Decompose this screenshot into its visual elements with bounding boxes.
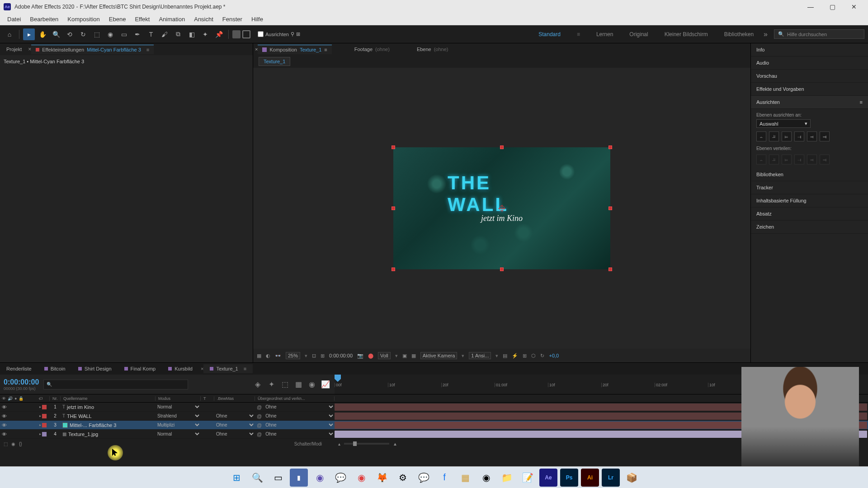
parent-select[interactable]: Ohne [264, 404, 335, 410]
panel-effekte[interactable]: Effekte und Vorgaben [751, 83, 868, 96]
twirl-icon[interactable]: ▸ [39, 414, 41, 418]
selection-handle[interactable] [500, 267, 504, 271]
selection-handle[interactable] [609, 145, 612, 149]
pickwhip-icon[interactable]: @ [257, 404, 262, 410]
search-button[interactable]: 🔍 [248, 469, 266, 487]
eraser-tool[interactable]: ◧ [186, 28, 198, 40]
taskbar-app[interactable]: ⚙ [394, 469, 412, 487]
menu-komposition[interactable]: Komposition [63, 14, 104, 24]
reset-exposure-icon[interactable]: ↻ [540, 353, 544, 359]
taskbar-app[interactable]: ▮ [290, 469, 308, 487]
pixel-aspect-icon[interactable]: ▤ [503, 353, 507, 359]
tab-projekt[interactable]: Projekt [2, 45, 26, 54]
menu-effekt[interactable]: Effekt [130, 14, 154, 24]
pickwhip-icon[interactable]: @ [257, 432, 262, 437]
fill-swatch[interactable] [232, 30, 241, 38]
col-solo-icon[interactable]: ● [14, 396, 17, 401]
tab-effekteinstellungen[interactable]: Effekteinstellungen Mittel-Cyan Farbfläc… [31, 45, 154, 54]
layer-row[interactable]: 👁 ▸ 4 ▦Texture_1.jpg Normal Ohne @Ohne [0, 430, 868, 439]
col-matte[interactable]: .BewMas [214, 396, 255, 401]
taskbar-app[interactable]: ▦ [456, 469, 474, 487]
tab-close-icon[interactable]: × [28, 46, 31, 52]
layer-name[interactable]: jetzt im Kino [67, 404, 94, 410]
panel-menu-icon[interactable]: ≡ [146, 47, 149, 52]
timeline-tab-kursbild[interactable]: Kursbild [162, 364, 199, 373]
timeline-icon[interactable]: ⊞ [523, 353, 527, 359]
channel-icon[interactable]: ◐ [266, 353, 270, 359]
resolution-dropdown[interactable]: Voll [378, 352, 391, 359]
col-name[interactable]: Quellenname [61, 396, 156, 401]
composition-canvas[interactable]: THE WALL jetzt im Kino [393, 147, 610, 269]
taskbar-app[interactable]: 📦 [623, 469, 641, 487]
comp-mini-flowchart[interactable]: ◈ [252, 379, 263, 390]
menu-fenster[interactable]: Fenster [218, 14, 247, 24]
task-view-button[interactable]: ▭ [269, 469, 287, 487]
minimize-button[interactable]: — [800, 0, 821, 14]
grid-icon[interactable]: ⊞ [321, 353, 325, 359]
col-t[interactable]: T [201, 396, 214, 401]
snapshot-icon[interactable]: 📷 [357, 353, 363, 359]
col-nr[interactable]: Nr. [50, 396, 61, 401]
puppet-tool[interactable]: 📌 [213, 28, 225, 40]
stroke-swatch[interactable] [242, 30, 250, 38]
zoom-in-icon[interactable]: ▲ [393, 441, 397, 446]
brush-tool[interactable]: 🖌 [159, 28, 170, 40]
panel-vorschau[interactable]: Vorschau [751, 70, 868, 83]
menu-bearbeiten[interactable]: Bearbeiten [25, 14, 63, 24]
timeline-tab-texture[interactable]: Texture_1≡ [203, 364, 253, 373]
track-matte-select[interactable]: Ohne [214, 431, 255, 437]
col-label[interactable]: 🏷 [36, 396, 50, 401]
clone-tool[interactable]: ⧉ [172, 28, 184, 40]
blend-mode-select[interactable]: Multiplizi [156, 422, 201, 428]
parent-select[interactable]: Ohne [264, 413, 335, 419]
workspace-standard[interactable]: Standard [535, 29, 564, 39]
region-icon[interactable]: ▣ [402, 353, 407, 359]
close-button[interactable]: ✕ [844, 0, 864, 14]
layer-name[interactable]: THE WALL [67, 413, 92, 419]
menu-ansicht[interactable]: Ansicht [189, 14, 218, 24]
flowchart-icon[interactable]: ⬡ [531, 353, 536, 359]
toggle-in-out-icon[interactable]: {} [19, 441, 22, 446]
hand-tool[interactable]: ✋ [37, 28, 48, 40]
col-audio-icon[interactable]: 🔊 [8, 396, 13, 401]
start-button[interactable]: ⊞ [227, 469, 245, 487]
col-video-icon[interactable]: 👁 [2, 396, 6, 401]
zoom-dropdown[interactable]: 25% [286, 352, 300, 359]
comp-breadcrumb[interactable]: Texture_1 [259, 57, 290, 66]
toggle-switches-icon[interactable]: ⬚ [4, 441, 8, 446]
label-swatch[interactable] [42, 405, 47, 409]
workspace-lernen[interactable]: Lernen [593, 29, 617, 39]
timeline-zoom-slider[interactable] [344, 443, 389, 445]
taskbar-explorer[interactable]: 📁 [498, 469, 516, 487]
label-swatch[interactable] [42, 432, 47, 436]
taskbar-after-effects[interactable]: Ae [539, 469, 557, 487]
twirl-icon[interactable]: ▸ [39, 405, 41, 409]
graph-editor-icon[interactable]: 📈 [320, 379, 331, 390]
snap-options-icon[interactable]: ⚲ [291, 31, 294, 37]
viewport[interactable]: THE WALL jetzt im Kino [253, 68, 750, 349]
panel-info[interactable]: Info [751, 43, 868, 56]
alpha-icon[interactable]: ▦ [257, 353, 261, 359]
visibility-toggle[interactable]: 👁 [2, 422, 8, 428]
panel-audio[interactable]: Audio [751, 56, 868, 70]
orbit-tool[interactable]: ⟲ [64, 28, 75, 40]
pickwhip-icon[interactable]: @ [257, 422, 262, 428]
panel-absatz[interactable]: Absatz [751, 207, 868, 221]
snap-grid-icon[interactable]: ⊞ [296, 31, 300, 37]
layer-row[interactable]: 👁 ▸ 3 Mittel-... Farbfläche 3 Multiplizi… [0, 421, 868, 430]
tab-komposition[interactable]: Komposition Texture_1 ≡ [258, 45, 331, 54]
align-right-button[interactable]: ⫢ [782, 131, 792, 141]
col-parent[interactable]: Übergeordnet und verkn... [255, 396, 335, 401]
pickwhip-icon[interactable]: @ [257, 413, 262, 419]
panel-zeichen[interactable]: Zeichen [751, 221, 868, 234]
motion-blur-icon[interactable]: ◉ [307, 379, 317, 390]
label-swatch[interactable] [42, 414, 47, 418]
selection-handle[interactable] [392, 267, 395, 271]
comp-menu-icon[interactable]: ≡ [324, 47, 327, 52]
timeline-tab-bitcoin[interactable]: Bitcoin [38, 364, 72, 373]
zoom-out-icon[interactable]: ▴ [338, 441, 340, 446]
anchor-point[interactable] [499, 206, 505, 211]
workspace-kleiner[interactable]: Kleiner Bildschirm [661, 29, 712, 39]
hide-shy-icon[interactable]: ⬚ [279, 379, 290, 390]
taskbar-whatsapp[interactable]: 💬 [331, 469, 349, 487]
